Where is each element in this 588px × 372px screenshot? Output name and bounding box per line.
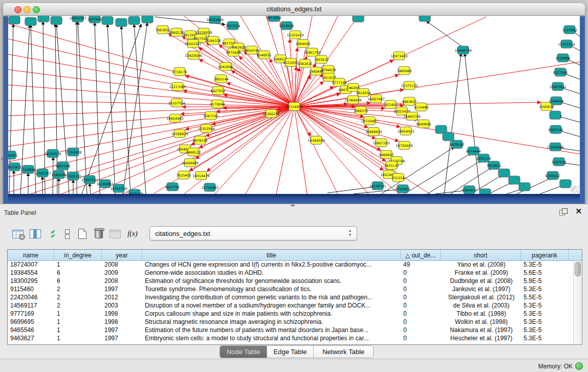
- graph-node[interactable]: 7986372: [354, 106, 368, 115]
- graph-node[interactable]: 21364436: [344, 96, 361, 104]
- graph-node[interactable]: 19756928: [396, 141, 412, 149]
- select-all-button[interactable]: ✔✔: [46, 227, 59, 241]
- close-panel-icon[interactable]: ✕: [575, 207, 582, 216]
- column-header-out_degree[interactable]: △ out_de...: [401, 250, 441, 260]
- graph-node[interactable]: 20206576: [44, 149, 61, 158]
- graph-node[interactable]: 8186328: [206, 36, 221, 45]
- graph-node[interactable]: 62160: [385, 100, 396, 108]
- tab-network-table[interactable]: Network Table: [314, 346, 373, 358]
- graph-node[interactable]: 9498222: [186, 148, 201, 156]
- tab-node-table[interactable]: Node Table: [220, 346, 267, 358]
- graph-node[interactable]: 1244419: [549, 97, 564, 105]
- west-panel-expand-handle[interactable]: [1, 157, 3, 161]
- graph-node[interactable]: [116, 18, 127, 27]
- column-header-pagerank[interactable]: pagerank: [521, 250, 569, 260]
- graph-node[interactable]: 3824554: [356, 89, 371, 97]
- graph-node[interactable]: 9115460: [414, 103, 429, 111]
- column-header-title[interactable]: title: [142, 250, 401, 260]
- graph-node[interactable]: [560, 180, 571, 188]
- graph-node[interactable]: 8813054: [267, 16, 281, 21]
- graph-node[interactable]: [142, 16, 153, 23]
- graph-node[interactable]: 10055287: [69, 16, 86, 22]
- column-header-year[interactable]: year: [102, 250, 142, 260]
- graph-node[interactable]: 1864093: [296, 39, 311, 48]
- table-row[interactable]: 946362711997Embryonic stem cells: a mode…: [8, 334, 574, 342]
- graph-node[interactable]: 1145194: [52, 170, 67, 179]
- graph-node[interactable]: 9245012: [546, 171, 560, 180]
- table-row[interactable]: 1872400712008Changes of HCN gene express…: [8, 260, 574, 269]
- graph-node[interactable]: 9170044: [210, 100, 225, 108]
- graph-node[interactable]: 14136141: [369, 182, 386, 190]
- graph-node[interactable]: [38, 16, 49, 22]
- table-settings-button[interactable]: [11, 227, 25, 241]
- graph-node[interactable]: 1156869: [21, 165, 36, 173]
- graph-node[interactable]: 7625402: [177, 171, 191, 179]
- graph-node[interactable]: 10688639: [365, 127, 382, 136]
- graph-node[interactable]: [519, 183, 530, 191]
- table-select-dropdown[interactable]: citations_edges.txt ▲▼: [149, 226, 357, 240]
- graph-node[interactable]: 16914479: [192, 171, 209, 180]
- graph-node[interactable]: 18107554: [168, 99, 185, 107]
- graph-node[interactable]: 15716485: [201, 183, 218, 191]
- column-header-short[interactable]: short: [441, 250, 521, 260]
- graph-node[interactable]: [128, 16, 140, 25]
- graph-node[interactable]: 9657791: [165, 183, 180, 191]
- graph-node[interactable]: 6522057: [284, 58, 298, 67]
- graph-node[interactable]: 9875685: [226, 48, 241, 56]
- graph-node[interactable]: 1753426: [396, 185, 410, 193]
- graph-node[interactable]: 8135051: [8, 151, 17, 159]
- graph-node[interactable]: 2718176: [172, 68, 187, 76]
- graph-node[interactable]: 19654923: [397, 127, 414, 135]
- graph-node[interactable]: 8860128: [169, 28, 184, 36]
- graph-node[interactable]: 23420046: [185, 51, 202, 59]
- graph-node[interactable]: [419, 16, 430, 21]
- column-header-name[interactable]: name: [8, 250, 54, 260]
- graph-node[interactable]: 9129966: [556, 54, 571, 62]
- graph-node[interactable]: 10807487: [367, 95, 384, 103]
- function-builder-button[interactable]: f(x): [126, 227, 139, 241]
- table-row[interactable]: 911546021997Tourette syndrome. Phenomeno…: [8, 285, 574, 293]
- graph-node[interactable]: 7963822: [156, 26, 170, 34]
- graph-node[interactable]: 2935114: [476, 154, 491, 162]
- new-table-button[interactable]: [76, 227, 89, 241]
- graph-node[interactable]: [51, 16, 62, 25]
- delete-table-button[interactable]: [92, 227, 105, 241]
- graph-node[interactable]: [25, 17, 36, 26]
- graph-node[interactable]: [509, 176, 520, 184]
- scrollbar-thumb[interactable]: [575, 262, 581, 276]
- graph-node[interactable]: 19654985: [166, 114, 183, 122]
- graph-node[interactable]: 1112963: [562, 26, 577, 34]
- graph-node[interactable]: 10973493: [390, 52, 407, 60]
- graph-node[interactable]: 17016504: [547, 143, 563, 151]
- table-row[interactable]: 2242004622012Investigating the contribut…: [8, 293, 574, 301]
- graph-node[interactable]: 12093822: [549, 82, 566, 91]
- table-row[interactable]: 946554611997Estimation of the future num…: [8, 326, 574, 334]
- graph-node[interactable]: 8878334: [193, 136, 208, 144]
- table-row[interactable]: 1830029562008Estimation of significance …: [8, 277, 574, 285]
- graph-node[interactable]: 252254: [392, 173, 405, 182]
- graph-node[interactable]: 9242848: [219, 62, 233, 71]
- float-panel-icon[interactable]: [559, 208, 568, 215]
- canvas-resize-grip[interactable]: [571, 186, 579, 193]
- graph-node[interactable]: 6794028: [321, 65, 336, 74]
- graph-node[interactable]: 8297142: [549, 125, 563, 134]
- graph-node[interactable]: 12213369: [169, 82, 186, 91]
- graph-node[interactable]: 9146821: [257, 51, 272, 59]
- graph-node[interactable]: 9474444: [466, 147, 481, 155]
- graph-node[interactable]: 9097588: [56, 162, 71, 170]
- graph-node[interactable]: 12923448: [126, 189, 143, 194]
- graph-node[interactable]: 7857224: [226, 21, 241, 30]
- table-row[interactable]: 977716911998Corpus callosum shape and si…: [8, 310, 574, 318]
- graph-node[interactable]: 17957253: [81, 176, 98, 184]
- table-row[interactable]: 1938455462009Genome-wide association stu…: [8, 269, 574, 277]
- table-row[interactable]: 1456911722003Disruption of a novel membe…: [8, 301, 574, 310]
- graph-node[interactable]: 2803144: [214, 75, 229, 83]
- graph-node[interactable]: 13505135: [64, 172, 81, 180]
- graph-node[interactable]: 16948794: [454, 46, 471, 54]
- graph-node[interactable]: 12325419: [287, 31, 303, 39]
- graph-node[interactable]: 9227342: [553, 68, 568, 76]
- graph-node[interactable]: 9245652: [462, 186, 477, 194]
- show-columns-button[interactable]: [29, 227, 42, 241]
- graph-node[interactable]: 7955812: [314, 55, 329, 63]
- table-row[interactable]: 969969511998Structural magnetic resonanc…: [8, 318, 574, 326]
